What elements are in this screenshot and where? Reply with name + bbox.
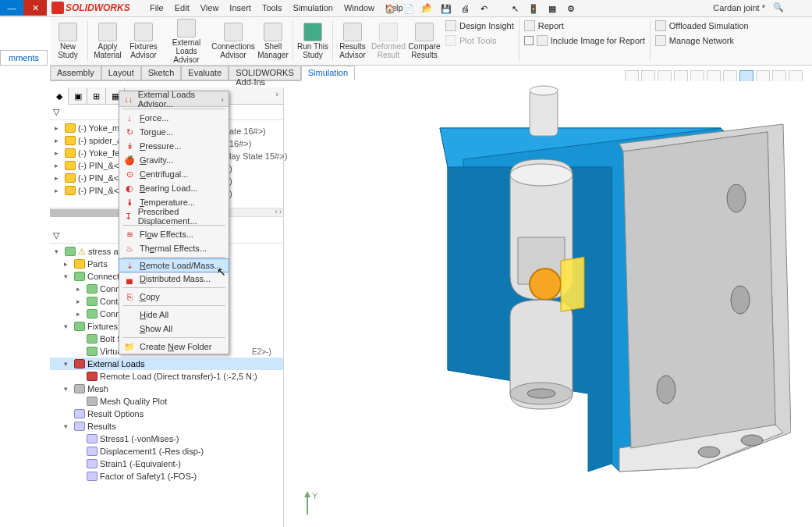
connections-icon: [74, 272, 85, 281]
fos-plot-node[interactable]: Factor of Safety1 (-FOS-): [50, 470, 283, 482]
external-loads-node[interactable]: ▾External Loads: [50, 358, 283, 370]
report-button[interactable]: Report: [524, 19, 645, 33]
include-image-checkbox[interactable]: [524, 36, 534, 45]
ctx-header[interactable]: ↓↓External Loads Advisor...›: [119, 91, 229, 107]
select-button[interactable]: ↖: [507, 2, 523, 16]
document-title: Cardan joint *: [713, 3, 765, 12]
offloaded-sim-button[interactable]: Offloaded Simulation: [655, 19, 749, 33]
graphics-area[interactable]: Y: [284, 81, 812, 527]
results-node[interactable]: ▾Results: [50, 420, 283, 433]
expand-icon[interactable]: ▸: [55, 174, 62, 182]
connections-advisor-button[interactable]: Connections Advisor: [211, 17, 255, 65]
tab-layout[interactable]: Layout: [101, 66, 141, 80]
expand-icon[interactable]: ▸: [55, 149, 62, 157]
collapse-icon[interactable]: ▾: [64, 385, 72, 393]
ctx-bearing[interactable]: ◐Bearing Load...: [119, 181, 229, 195]
rebuild-button[interactable]: ▦: [544, 2, 560, 16]
mesh-quality-node[interactable]: Mesh Quality Plot: [50, 395, 283, 408]
apply-material-button[interactable]: Apply Material: [90, 17, 126, 65]
part-icon: [65, 161, 76, 170]
fixtures-advisor-button[interactable]: Fixtures Advisor: [126, 17, 161, 65]
expand-icon[interactable]: ▸: [76, 297, 84, 305]
expand-icon[interactable]: ▸: [55, 187, 62, 194]
collapse-icon[interactable]: ▾: [64, 322, 72, 330]
run-study-button[interactable]: Run This Study: [295, 17, 331, 65]
options-button[interactable]: ⚙: [563, 2, 579, 16]
property-manager-tab[interactable]: ▣: [69, 87, 87, 105]
mesh-node[interactable]: ▾Mesh: [50, 383, 283, 395]
panel-expand-icon[interactable]: ›: [271, 87, 283, 104]
comments-tab[interactable]: mments: [0, 50, 48, 66]
stress-plot-node[interactable]: Stress1 (-vonMises-): [50, 433, 283, 445]
feature-tree-tab[interactable]: ◆: [50, 87, 69, 105]
ctx-distributed-mass[interactable]: ▄Distributed Mass...: [119, 272, 229, 286]
expand-icon[interactable]: ▸: [76, 310, 84, 318]
menu-insert[interactable]: Insert: [229, 3, 251, 13]
model-view: [354, 81, 791, 487]
result-options-node[interactable]: Result Options: [50, 408, 283, 420]
ctx-torque[interactable]: ↻Torque...: [119, 125, 229, 139]
view-triad[interactable]: Y: [300, 491, 326, 518]
configuration-tab[interactable]: ⊞: [87, 87, 106, 105]
ctx-prescribed-disp[interactable]: ↧Prescribed Displacement...: [119, 209, 229, 223]
menu-tools[interactable]: Tools: [262, 3, 282, 13]
ctx-create-folder[interactable]: 📁Create New Folder: [119, 340, 229, 354]
ctx-flow-effects[interactable]: ≋Flow Effects...: [119, 227, 229, 241]
collapse-icon[interactable]: ▾: [64, 360, 72, 368]
remote-load-node[interactable]: Remote Load (Direct transfer)-1 (:-2,5 N…: [50, 370, 283, 383]
traffic-icon[interactable]: 🚦: [526, 2, 541, 16]
new-doc-button[interactable]: 📄: [401, 2, 417, 16]
mesh-icon: [74, 384, 85, 393]
tab-simulation[interactable]: Simulation: [301, 66, 355, 80]
print-button[interactable]: 🖨: [457, 2, 473, 16]
tab-addins[interactable]: SOLIDWORKS Add-Ins: [229, 66, 301, 80]
tab-assembly[interactable]: Assembly: [50, 66, 101, 80]
new-study-button[interactable]: New Study: [50, 17, 86, 65]
collapse-icon[interactable]: ▾: [64, 272, 72, 280]
ctx-remote-load[interactable]: ⇣Remote Load/Mass...: [119, 258, 229, 272]
design-insight-button[interactable]: Design Insight: [445, 19, 514, 33]
ctx-show-all[interactable]: Show All: [119, 322, 229, 336]
minimize-button[interactable]: —: [0, 0, 23, 16]
ctx-force[interactable]: ↓Force...: [119, 111, 229, 125]
strain-plot-node[interactable]: Strain1 (-Equivalent-): [50, 458, 283, 470]
expand-icon[interactable]: ▸: [76, 285, 84, 293]
expand-icon[interactable]: ▸: [64, 260, 72, 268]
displacement-plot-node[interactable]: Displacement1 (-Res disp-): [50, 445, 283, 458]
collapse-icon[interactable]: ▾: [55, 247, 62, 255]
ctx-thermal-effects[interactable]: ♨Thermal Effects...: [119, 241, 229, 255]
folder-icon: 📁: [124, 341, 135, 352]
collapse-icon[interactable]: ▾: [64, 422, 72, 430]
design-insight-icon: [445, 20, 456, 31]
save-button[interactable]: 💾: [438, 2, 454, 16]
manage-network-button[interactable]: Manage Network: [655, 34, 749, 48]
ctx-hide-all[interactable]: Hide All: [119, 308, 229, 322]
ctx-pressure[interactable]: ↡Pressure...: [119, 139, 229, 153]
include-image-button[interactable]: Include Image for Report: [524, 34, 645, 48]
menu-window[interactable]: Window: [344, 3, 374, 13]
ctx-copy[interactable]: ⎘Copy: [119, 290, 229, 304]
expand-icon[interactable]: ▸: [55, 124, 62, 132]
ctx-centrifugal[interactable]: ⊙Centrifugal...: [119, 167, 229, 181]
ctx-gravity[interactable]: 🍎Gravity...: [119, 153, 229, 167]
menu-view[interactable]: View: [200, 3, 219, 13]
flow-icon: ≋: [124, 229, 135, 240]
expand-icon[interactable]: ▸: [55, 137, 62, 144]
temperature-icon: 🌡: [124, 197, 135, 208]
close-button[interactable]: ✕: [23, 0, 47, 16]
menu-edit[interactable]: Edit: [175, 3, 190, 13]
svg-point-9: [527, 389, 555, 398]
open-button[interactable]: 📂: [420, 2, 435, 16]
menu-file[interactable]: File: [150, 3, 164, 13]
compare-results-button[interactable]: Compare Results: [406, 17, 442, 65]
menu-simulation[interactable]: Simulation: [293, 3, 333, 13]
tab-evaluate[interactable]: Evaluate: [181, 66, 229, 80]
expand-icon[interactable]: ▸: [55, 162, 62, 169]
undo-button[interactable]: ↶: [476, 2, 491, 16]
results-advisor-button[interactable]: Results Advisor: [335, 17, 371, 65]
tab-sketch[interactable]: Sketch: [141, 66, 182, 80]
search-icon[interactable]: 🔍: [773, 2, 785, 15]
shell-manager-button[interactable]: Shell Manager: [255, 17, 291, 65]
home-button[interactable]: 🏠: [382, 2, 398, 16]
external-loads-advisor-button[interactable]: External Loads Advisor: [161, 17, 211, 65]
